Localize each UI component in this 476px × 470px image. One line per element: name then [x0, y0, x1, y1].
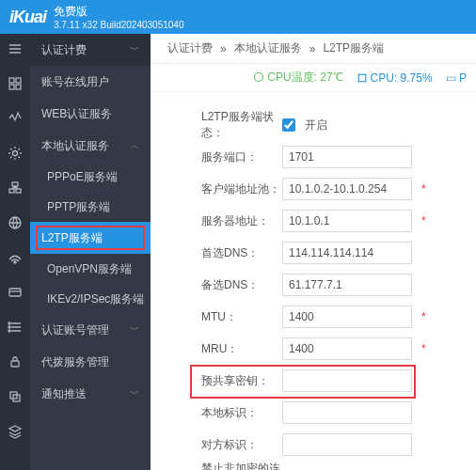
- dns1-label: 首选DNS：: [151, 245, 282, 261]
- dns2-label: 备选DNS：: [151, 277, 282, 293]
- mru-label: MRU：: [151, 341, 282, 357]
- chevron-up-icon: ︿: [130, 139, 139, 152]
- sidebar-item-label: L2TP服务端: [41, 230, 103, 246]
- svg-point-9: [14, 261, 16, 263]
- copy-icon[interactable]: [8, 389, 23, 407]
- grid-icon[interactable]: [8, 76, 23, 94]
- sidebar-item-auth-billing[interactable]: 认证计费﹀: [30, 34, 151, 66]
- required-star: *: [421, 182, 426, 196]
- svg-rect-18: [358, 74, 366, 82]
- sidebar-item-label: WEB认证服务: [41, 106, 112, 122]
- psk-input[interactable]: [282, 369, 412, 392]
- state-value: 开启: [305, 118, 327, 133]
- local-id-label: 本地标识：: [151, 405, 282, 421]
- top-bar: iKuai 免费版 3.7.11 x32 Build202403051040: [0, 0, 476, 34]
- version-block: 免费版 3.7.11 x32 Build202403051040: [54, 4, 183, 30]
- mtu-input[interactable]: [282, 306, 412, 328]
- list-icon[interactable]: [8, 320, 23, 337]
- svg-point-11: [8, 322, 10, 324]
- breadcrumb-item[interactable]: 认证计费: [167, 40, 213, 56]
- sidebar-item-label: 通知推送: [41, 386, 87, 402]
- net-icon[interactable]: [8, 250, 23, 268]
- sidebar-item-label: 本地认证服务: [41, 138, 109, 154]
- svg-rect-10: [9, 289, 21, 296]
- required-star: *: [421, 342, 426, 355]
- dns1-input[interactable]: [282, 242, 412, 264]
- build-string: 3.7.11 x32 Build202403051040: [54, 20, 183, 30]
- sidebar-item-label: 认证账号管理: [41, 322, 109, 338]
- svg-point-17: [255, 73, 263, 82]
- breadcrumb-item[interactable]: 本地认证服务: [234, 40, 302, 56]
- sidebar-item-online-users[interactable]: 账号在线用户: [30, 66, 151, 98]
- svg-rect-14: [11, 361, 19, 367]
- sidebar-item-label: PPTP服务端: [47, 199, 110, 215]
- breadcrumb-sep: »: [309, 42, 316, 55]
- monitor-icon[interactable]: ▭ P: [446, 71, 467, 85]
- icon-rail: [0, 34, 30, 470]
- lock-icon[interactable]: [8, 354, 23, 372]
- svg-rect-3: [16, 85, 21, 89]
- boxes-icon[interactable]: [8, 180, 23, 198]
- menu-icon[interactable]: [8, 41, 23, 59]
- sidebar-item-notify[interactable]: 通知推送﹀: [30, 378, 151, 410]
- logo: iKuai: [9, 8, 46, 27]
- sidebar-item-label: 账号在线用户: [41, 74, 109, 90]
- form: L2TP服务端状态：开启 服务端口： 客户端地址池：* 服务器地址：* 首选DN…: [151, 92, 476, 470]
- sidebar-item-openvpn[interactable]: OpenVPN服务端: [30, 254, 151, 284]
- sidebar-item-label: IKEv2/IPSec服务端: [47, 291, 144, 307]
- globe-icon[interactable]: [8, 215, 23, 233]
- sidebar-item-web-auth[interactable]: WEB认证服务: [30, 98, 151, 130]
- local-id-input[interactable]: [282, 401, 412, 424]
- deny-label: 禁止非加密的连接：: [151, 461, 282, 470]
- sidebar-item-pptp[interactable]: PPTP服务端: [30, 192, 151, 222]
- wave-icon[interactable]: [8, 111, 23, 129]
- required-star: *: [421, 310, 426, 323]
- psk-label: 预共享密钥：: [151, 373, 282, 389]
- svg-rect-6: [9, 189, 14, 193]
- svg-point-4: [13, 151, 18, 156]
- svg-rect-0: [9, 78, 14, 83]
- server-label: 服务器地址：: [151, 213, 282, 229]
- svg-rect-7: [16, 189, 21, 193]
- sidebar-item-label: 代拨服务管理: [41, 354, 109, 370]
- chevron-down-icon: ﹀: [130, 43, 139, 56]
- chevron-down-icon: ﹀: [130, 387, 139, 400]
- state-label: L2TP服务端状态：: [151, 109, 282, 141]
- breadcrumb: 认证计费» 本地认证服务» L2TP服务端: [151, 34, 476, 64]
- mtu-label: MTU：: [151, 309, 282, 325]
- status-bar: CPU温度: 27℃ CPU: 9.75% ▭ P: [151, 64, 476, 92]
- remote-id-input[interactable]: [282, 433, 412, 456]
- version-label: 免费版: [54, 4, 183, 20]
- sidebar-item-local-auth[interactable]: 本地认证服务︿: [30, 130, 151, 162]
- breadcrumb-sep: »: [220, 42, 227, 55]
- sidebar-item-label: OpenVPN服务端: [47, 261, 132, 277]
- pool-input[interactable]: [282, 178, 412, 200]
- dns2-input[interactable]: [282, 274, 412, 296]
- chevron-down-icon: ﹀: [130, 323, 139, 337]
- svg-rect-1: [16, 78, 21, 83]
- sidebar-item-l2tp[interactable]: L2TP服务端: [30, 222, 151, 254]
- sidebar-item-pppoe[interactable]: PPPoE服务端: [30, 162, 151, 192]
- gear-icon[interactable]: [8, 146, 23, 164]
- card-icon[interactable]: [8, 285, 23, 303]
- svg-point-12: [8, 326, 10, 328]
- sidebar-item-label: PPPoE服务端: [47, 169, 118, 185]
- sidebar: 认证计费﹀ 账号在线用户 WEB认证服务 本地认证服务︿ PPPoE服务端 PP…: [30, 34, 151, 470]
- main-panel: 认证计费» 本地认证服务» L2TP服务端 CPU温度: 27℃ CPU: 9.…: [151, 34, 476, 470]
- breadcrumb-item: L2TP服务端: [323, 40, 384, 56]
- sidebar-item-dial-mgmt[interactable]: 代拨服务管理: [30, 346, 151, 378]
- svg-point-13: [8, 330, 10, 332]
- server-input[interactable]: [282, 210, 412, 232]
- sidebar-item-account-mgmt[interactable]: 认证账号管理﹀: [30, 314, 151, 346]
- cpu-temp: CPU温度: 27℃: [253, 70, 342, 86]
- state-checkbox[interactable]: [282, 118, 295, 132]
- cpu-usage: CPU: 9.75%: [357, 71, 433, 85]
- remote-id-label: 对方标识：: [151, 437, 282, 453]
- required-star: *: [421, 214, 426, 227]
- svg-rect-2: [9, 85, 14, 89]
- layers-icon[interactable]: [8, 424, 23, 442]
- port-input[interactable]: [282, 146, 412, 168]
- mru-input[interactable]: [282, 337, 412, 360]
- pool-label: 客户端地址池：: [151, 181, 282, 197]
- sidebar-item-ikev2[interactable]: IKEv2/IPSec服务端: [30, 284, 151, 314]
